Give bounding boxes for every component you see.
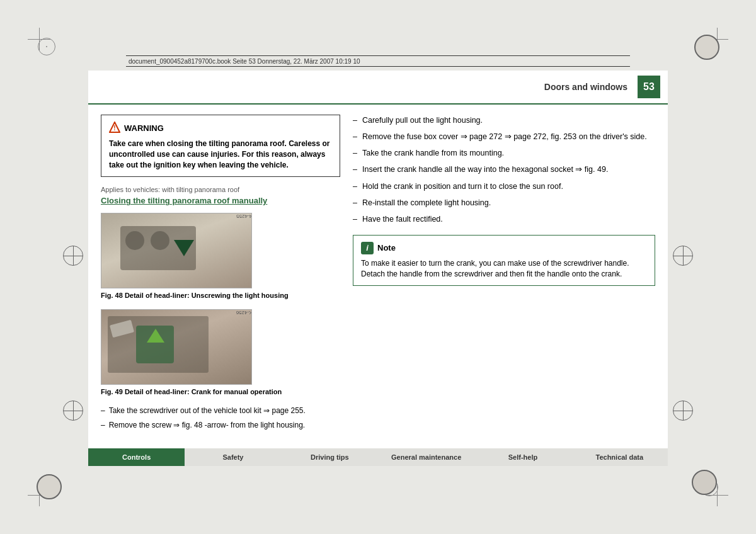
instruction-text: Re-install the complete light housing. (362, 197, 491, 208)
instruction-text: Take the crank handle from its mounting. (362, 147, 504, 159)
fig-49-code: B8K-4256 (236, 310, 252, 315)
side-circle-left-top (63, 246, 83, 266)
fig-49-caption: Fig. 49 Detail of head-liner: Crank for … (101, 387, 340, 397)
warning-text: Take care when closing the tilting panor… (109, 139, 332, 170)
list-item: –Take the crank handle from its mounting… (353, 147, 655, 159)
dash: – (353, 131, 357, 142)
note-box: i Note To make it easier to turn the cra… (353, 235, 655, 287)
instruction-text: Insert the crank handle all the way into… (362, 164, 608, 175)
list-item: –Have the fault rectified. (353, 213, 655, 225)
fig-48-code: B84-4255 (236, 213, 252, 219)
warning-title: ! WARNING (109, 122, 332, 135)
fig-48-interior (101, 213, 251, 288)
svg-text:!: ! (113, 125, 115, 132)
list-item: –Remove the screw ⇒ fig. 48 -arrow- from… (101, 420, 340, 431)
list-item: –Insert the crank handle all the way int… (353, 164, 655, 175)
figure-48-container: B84-4255 Fig. 48 Detail of head-liner: U… (101, 213, 340, 300)
crosshair-tl (28, 28, 50, 50)
side-circle-left-bottom (63, 401, 83, 421)
dash: – (353, 213, 357, 225)
corner-circle-bl (37, 474, 62, 499)
dash: – (101, 406, 105, 416)
nav-item-controls[interactable]: Controls (88, 448, 185, 466)
main-page: Doors and windows 53 ! WARNING (88, 71, 668, 466)
warning-box: ! WARNING Take care when closing the til… (101, 115, 340, 177)
warning-triangle-icon: ! (109, 122, 120, 135)
content-area: ! WARNING Take care when closing the til… (88, 105, 668, 466)
note-label: Note (377, 243, 396, 253)
warning-label: WARNING (124, 123, 164, 133)
file-info-text: document_0900452a8179700c.book Seite 53 … (129, 58, 360, 65)
left-instruction-list: –Take the screwdriver out of the vehicle… (101, 406, 340, 431)
dash: – (353, 197, 357, 208)
instruction-text: Hold the crank in position and turn it t… (362, 181, 563, 192)
list-item: –Take the screwdriver out of the vehicle… (101, 406, 340, 416)
dash: – (101, 420, 105, 431)
list-item: –Carefully pull out the light housing. (353, 115, 655, 126)
file-info-bar: document_0900452a8179700c.book Seite 53 … (126, 55, 630, 67)
section-heading: Closing the tilting panorama roof manual… (101, 196, 340, 205)
side-circle-right-top (673, 246, 693, 266)
right-instruction-list: –Carefully pull out the light housing.–R… (353, 115, 655, 225)
instruction-text: Take the screwdriver out of the vehicle … (109, 406, 306, 416)
dash: – (353, 115, 357, 126)
nav-item-general-maintenance[interactable]: General maintenance (378, 448, 474, 466)
list-item: –Remove the fuse box cover ⇒ page 272 ⇒ … (353, 131, 655, 142)
corner-circle-tr (694, 35, 719, 60)
figure-49-container: B8K-4256 Fig. 49 Detail of head-liner: C… (101, 309, 340, 397)
side-circle-right-bottom (673, 401, 693, 421)
instruction-text: Remove the screw ⇒ fig. 48 -arrow- from … (109, 420, 305, 431)
instruction-text: Remove the fuse box cover ⇒ page 272 ⇒ p… (362, 131, 647, 142)
instruction-text: Carefully pull out the light housing. (362, 115, 483, 126)
list-item: –Re-install the complete light housing. (353, 197, 655, 208)
nav-item-driving-tips[interactable]: Driving tips (282, 448, 378, 466)
corner-circle-br (692, 470, 717, 495)
note-text: To make it easier to turn the crank, you… (361, 258, 647, 280)
note-title: i Note (361, 242, 647, 254)
header-title: Doors and windows (544, 82, 627, 92)
page-number: 53 (638, 76, 660, 98)
applies-to: Applies to vehicles: with tilting panora… (101, 186, 340, 193)
nav-item-safety[interactable]: Safety (185, 448, 281, 466)
dash: – (353, 164, 357, 175)
left-column: ! WARNING Take care when closing the til… (101, 115, 340, 456)
right-column: –Carefully pull out the light housing.–R… (353, 115, 655, 456)
note-icon: i (361, 242, 374, 254)
nav-item-self-help[interactable]: Self-help (474, 448, 571, 466)
bottom-nav: ControlsSafetyDriving tipsGeneral mainte… (88, 448, 668, 466)
dash: – (353, 181, 357, 192)
figure-48-image: B84-4255 (101, 213, 252, 288)
page-header: Doors and windows 53 (88, 71, 668, 105)
instruction-text: Have the fault rectified. (362, 213, 443, 225)
list-item: –Hold the crank in position and turn it … (353, 181, 655, 192)
page-outer: document_0900452a8179700c.book Seite 53 … (0, 0, 756, 534)
dash: – (353, 147, 357, 159)
figure-49-image: B8K-4256 (101, 309, 252, 385)
fig-48-caption: Fig. 48 Detail of head-liner: Unscrewing… (101, 291, 340, 300)
nav-item-technical-data[interactable]: Technical data (571, 448, 668, 466)
